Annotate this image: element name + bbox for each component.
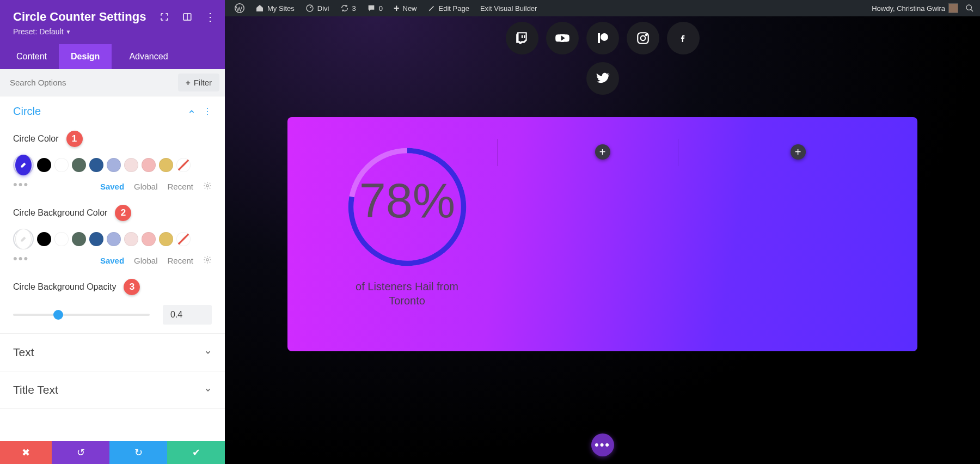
swatch-gold[interactable] xyxy=(159,158,173,172)
chevron-down-icon xyxy=(204,386,212,394)
swatch-black[interactable] xyxy=(37,232,51,246)
plus-icon: + xyxy=(394,3,400,14)
group-title-text[interactable]: Title Text xyxy=(0,371,225,409)
social-row xyxy=(488,22,717,95)
swatch-white[interactable] xyxy=(54,232,69,246)
search-bar: + Filter xyxy=(0,69,225,96)
swatch-pink[interactable] xyxy=(142,158,156,172)
swatch-tab-recent[interactable]: Recent xyxy=(167,182,193,191)
gear-icon[interactable] xyxy=(203,181,212,192)
twitter-icon[interactable] xyxy=(586,62,619,95)
counter-percent: 78% xyxy=(359,174,455,228)
group-circle: Circle ⋮ Circle Color 1 xyxy=(0,96,225,334)
circle-counter[interactable]: 78% of Listeners Hail from Toronto xyxy=(345,144,470,308)
more-icon[interactable]: ⋮ xyxy=(205,12,215,22)
swatch-olive[interactable] xyxy=(72,232,86,246)
swatch-none[interactable] xyxy=(176,158,191,172)
wp-updates[interactable]: 3 xyxy=(336,0,360,16)
field-circle-bg-opacity: Circle Background Opacity 3 xyxy=(13,279,212,325)
swatch-olive[interactable] xyxy=(72,158,86,172)
swatch-gold[interactable] xyxy=(159,232,173,246)
eyedropper-icon xyxy=(15,229,32,249)
svg-point-9 xyxy=(640,36,645,41)
wp-exit-label: Exit Visual Builder xyxy=(480,4,537,13)
more-swatches[interactable]: ••• xyxy=(13,252,29,266)
save-button[interactable]: ✔ xyxy=(167,441,225,464)
tab-design[interactable]: Design xyxy=(59,44,112,69)
wp-exit-vb[interactable]: Exit Visual Builder xyxy=(476,0,542,16)
undo-button[interactable]: ↺ xyxy=(52,441,109,464)
swatch-tab-recent[interactable]: Recent xyxy=(167,256,193,265)
swatch-none[interactable] xyxy=(176,232,191,246)
wp-search[interactable] xyxy=(965,0,975,16)
wp-new[interactable]: + New xyxy=(389,0,421,16)
facebook-icon[interactable] xyxy=(667,22,700,54)
annotation-badge-2: 2 xyxy=(115,205,131,221)
opacity-value-input[interactable] xyxy=(163,305,212,325)
instagram-icon[interactable] xyxy=(627,22,659,54)
group-circle-head[interactable]: Circle ⋮ xyxy=(13,105,212,118)
swatch-lightpink[interactable] xyxy=(124,158,138,172)
canvas-area: My Sites Divi 3 0 + New Edit Page Exit V… xyxy=(225,0,980,464)
swatch-tab-saved[interactable]: Saved xyxy=(100,256,124,265)
gear-icon[interactable] xyxy=(203,255,212,266)
counter-caption: of Listeners Hail from Toronto xyxy=(356,279,458,308)
slider-thumb[interactable] xyxy=(53,310,63,320)
swatch-lightpink[interactable] xyxy=(124,232,138,246)
more-swatches[interactable]: ••• xyxy=(13,178,29,192)
wp-howdy[interactable]: Howdy, Christina Gwira xyxy=(867,0,963,16)
more-icon[interactable]: ⋮ xyxy=(203,106,212,117)
opacity-slider[interactable] xyxy=(13,314,150,316)
group-text[interactable]: Text xyxy=(0,334,225,371)
fullscreen-icon[interactable] xyxy=(160,12,169,22)
tab-advanced[interactable]: Advanced xyxy=(117,44,180,69)
add-module-button[interactable]: + xyxy=(595,144,610,160)
svg-point-2 xyxy=(206,259,209,261)
swatch-tab-global[interactable]: Global xyxy=(134,182,157,191)
svg-point-7 xyxy=(601,33,608,41)
circle-bgcolor-label: Circle Background Color xyxy=(13,208,107,218)
wp-mysites-label: My Sites xyxy=(267,4,295,13)
comment-icon xyxy=(367,4,376,13)
add-module-button[interactable]: + xyxy=(791,144,806,160)
page-settings-button[interactable]: ••• xyxy=(591,434,614,456)
swatch-tab-global[interactable]: Global xyxy=(134,256,157,265)
tab-content[interactable]: Content xyxy=(0,44,59,69)
wp-edit[interactable]: Edit Page xyxy=(424,0,474,16)
swatch-white[interactable] xyxy=(54,158,69,172)
swatch-blue[interactable] xyxy=(89,158,103,172)
chevron-down-icon: ▼ xyxy=(66,29,71,35)
youtube-icon[interactable] xyxy=(546,22,579,54)
wp-comments[interactable]: 0 xyxy=(363,0,387,16)
wp-site[interactable]: Divi xyxy=(301,0,334,16)
swatch-black[interactable] xyxy=(37,158,51,172)
twitch-icon[interactable] xyxy=(506,22,538,54)
settings-panel: Circle Counter Settings Preset: Default … xyxy=(0,0,225,464)
circle-color-swatches xyxy=(13,155,212,175)
columns-icon[interactable] xyxy=(182,12,192,22)
refresh-icon xyxy=(340,4,349,13)
gauge-icon xyxy=(305,4,314,13)
swatch-lavender[interactable] xyxy=(107,158,121,172)
swatch-blue[interactable] xyxy=(89,232,103,246)
swatch-lavender[interactable] xyxy=(107,232,121,246)
swatch-pink[interactable] xyxy=(142,232,156,246)
redo-button[interactable]: ↻ xyxy=(109,441,167,464)
bgcolor-picker-active[interactable] xyxy=(13,229,34,249)
annotation-badge-1: 1 xyxy=(66,131,83,147)
wp-mysites[interactable]: My Sites xyxy=(251,0,299,16)
bottom-bar: ✖ ↺ ↻ ✔ xyxy=(0,441,225,464)
counter-circle: 78% xyxy=(345,144,470,270)
svg-point-5 xyxy=(966,5,971,10)
eyedropper-icon xyxy=(15,155,32,175)
wp-site-label: Divi xyxy=(317,4,329,13)
color-picker-active[interactable] xyxy=(13,155,34,175)
wp-edit-label: Edit Page xyxy=(439,4,469,13)
cancel-button[interactable]: ✖ xyxy=(0,441,52,464)
patreon-icon[interactable] xyxy=(586,22,619,54)
filter-button[interactable]: + Filter xyxy=(178,74,219,91)
swatch-tab-saved[interactable]: Saved xyxy=(100,182,124,191)
preset-selector[interactable]: Preset: Default ▼ xyxy=(13,27,71,36)
wp-logo[interactable] xyxy=(230,0,249,16)
search-input[interactable] xyxy=(0,70,173,95)
